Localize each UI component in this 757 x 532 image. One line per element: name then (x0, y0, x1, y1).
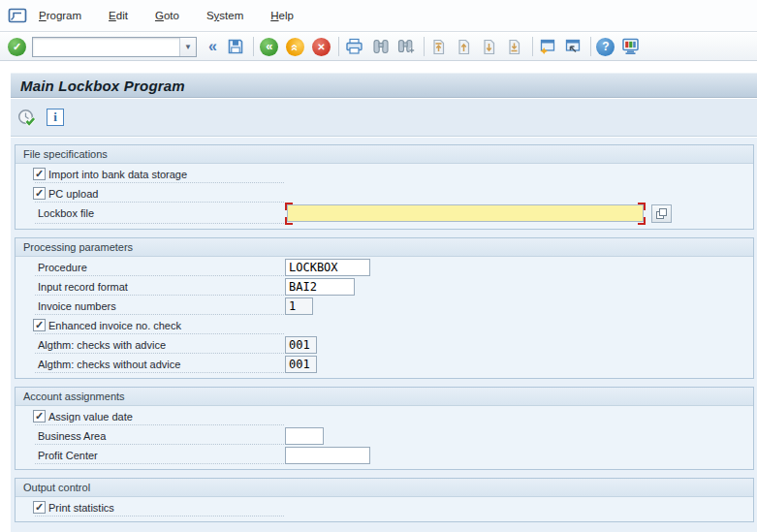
command-field[interactable]: ▼ (32, 37, 197, 57)
field-row: Profit Center (16, 446, 753, 465)
group-file-specifications: File specifications Import into bank dat… (15, 144, 754, 230)
command-dropdown-icon[interactable]: ▼ (179, 38, 196, 56)
new-session-button[interactable] (537, 35, 558, 58)
toolbar-separator (590, 37, 591, 56)
checkbox-label: Print statistics (48, 502, 114, 514)
field-label: Algthm: checks without advice (38, 359, 180, 370)
field-label: Algthm: checks with advice (38, 339, 166, 351)
field-label: Lockbox file (38, 207, 94, 219)
menu-goto[interactable]: Goto (151, 8, 183, 23)
enhanced-invoice-check-checkbox[interactable] (33, 319, 46, 331)
assign-value-date-checkbox[interactable] (33, 410, 46, 422)
print-statistics-checkbox[interactable] (33, 501, 46, 514)
back-button[interactable] (260, 38, 278, 56)
checkbox-row: Print statistics (16, 498, 753, 517)
toolbar-separator (532, 37, 533, 56)
page-down-icon (481, 39, 497, 55)
page-up-icon (456, 39, 472, 55)
menu-system[interactable]: System (203, 8, 247, 23)
help-button[interactable] (595, 35, 616, 58)
last-page-icon (506, 39, 522, 55)
enter-button[interactable] (8, 38, 26, 56)
invoice-numbers-input[interactable] (285, 297, 313, 315)
find-icon (372, 39, 390, 54)
collapse-button[interactable]: « (206, 38, 219, 55)
field-row: Algthm: checks with advice (16, 335, 753, 355)
print-button[interactable] (344, 35, 365, 58)
pc-upload-checkbox[interactable] (33, 187, 46, 200)
toolbar-separator (253, 37, 254, 56)
field-label: Procedure (38, 262, 87, 273)
group-title: Processing parameters (16, 238, 753, 257)
input-record-format-input[interactable] (285, 278, 355, 296)
business-area-input[interactable] (285, 427, 324, 445)
create-shortcut-icon (563, 38, 582, 55)
find-next-button[interactable] (395, 35, 417, 58)
save-button[interactable] (225, 35, 246, 58)
field-label: Input record format (38, 281, 128, 293)
first-page-button[interactable] (428, 35, 450, 58)
system-menu-icon[interactable] (8, 8, 27, 26)
field-label: Profit Center (38, 450, 98, 461)
browse-file-button[interactable] (651, 204, 672, 223)
execute-button[interactable] (16, 105, 39, 130)
algthm-without-advice-input[interactable] (285, 356, 317, 373)
command-input[interactable] (33, 38, 179, 56)
execute-icon (17, 109, 37, 127)
customize-layout-icon (621, 38, 640, 55)
application-toolbar: i (11, 99, 757, 137)
menu-help[interactable]: Help (267, 8, 298, 23)
menu-edit[interactable]: Edit (105, 8, 132, 23)
save-icon (227, 38, 244, 55)
print-icon (345, 38, 363, 55)
toolbar-separator (338, 37, 339, 56)
title-bar: Main Lockbox Program (11, 73, 757, 98)
group-title: Account assignments (16, 388, 753, 406)
create-shortcut-button[interactable] (562, 35, 584, 58)
checkbox-row: Import into bank data storage (16, 165, 753, 184)
toolbar-separator (424, 37, 425, 56)
algthm-with-advice-input[interactable] (285, 336, 317, 354)
exit-button[interactable] (286, 38, 304, 56)
help-icon (596, 38, 615, 56)
checkbox-label: Assign value date (48, 411, 133, 422)
checkbox-label: Import into bank data storage (48, 169, 187, 180)
profit-center-input[interactable] (285, 447, 370, 464)
checkbox-row: Assign value date (16, 407, 753, 426)
required-field-frame (285, 203, 646, 224)
cancel-button[interactable] (312, 38, 331, 56)
field-row: Invoice numbers (16, 297, 753, 316)
customize-layout-button[interactable] (620, 35, 642, 58)
sap-window-icon (8, 8, 27, 24)
checkbox-label: PC upload (48, 188, 98, 200)
standard-toolbar: ▼ « (0, 33, 757, 61)
field-label: Business Area (38, 430, 106, 442)
file-browse-icon (656, 208, 667, 219)
field-row: Lockbox file (16, 203, 753, 225)
info-icon: i (47, 109, 64, 126)
field-label: Invoice numbers (38, 300, 116, 312)
checkbox-row: PC upload (16, 184, 753, 203)
checkbox-row: Enhanced invoice no. check (16, 316, 753, 335)
group-title: File specifications (16, 145, 753, 164)
field-row: Algthm: checks without advice (16, 355, 753, 374)
field-row: Procedure (16, 258, 753, 277)
menu-program[interactable]: Program (35, 8, 85, 23)
last-page-button[interactable] (504, 35, 525, 58)
find-button[interactable] (370, 35, 392, 58)
find-next-icon (397, 39, 415, 54)
first-page-icon (430, 39, 447, 55)
page-up-button[interactable] (454, 35, 475, 58)
page-down-button[interactable] (479, 35, 500, 58)
info-button[interactable]: i (44, 105, 67, 130)
field-row: Input record format (16, 277, 753, 297)
group-title: Output control (16, 479, 753, 497)
checkbox-label: Enhanced invoice no. check (48, 320, 181, 331)
procedure-input[interactable] (285, 259, 370, 276)
field-row: Business Area (16, 426, 753, 446)
import-bank-data-checkbox[interactable] (33, 168, 46, 180)
page-title: Main Lockbox Program (20, 78, 185, 94)
new-session-icon (538, 38, 556, 55)
group-output-control: Output control Print statistics (15, 478, 754, 522)
lockbox-file-input[interactable] (287, 204, 644, 222)
